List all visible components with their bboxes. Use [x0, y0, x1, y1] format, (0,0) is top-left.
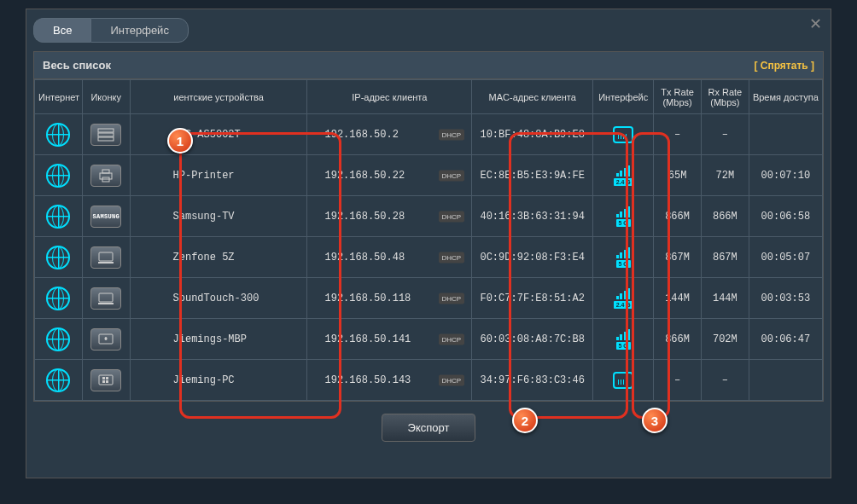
device-name: SoundTouch-300: [130, 278, 307, 319]
mac-address: 34:97:F6:83:C3:46: [472, 360, 593, 401]
svg-rect-15: [106, 380, 108, 383]
tab-all[interactable]: Все: [33, 18, 90, 43]
svg-rect-13: [106, 377, 108, 379]
wifi-icon[interactable]: 2.4 G: [609, 164, 637, 188]
svg-rect-0: [98, 129, 114, 132]
annotation-badge-1: 1: [167, 128, 193, 154]
svg-rect-3: [100, 173, 112, 179]
access-time: 00:06:47: [749, 319, 822, 360]
globe-icon[interactable]: [46, 287, 70, 310]
rx-rate: –: [701, 114, 749, 155]
tx-rate: –: [654, 360, 702, 401]
mac-address: 60:03:08:A8:7C:B8: [472, 319, 593, 360]
ip-address: 192.168.50.28DHCP: [307, 196, 472, 237]
globe-icon[interactable]: [46, 164, 70, 188]
band-label: 5 G: [616, 342, 631, 350]
client-list-modal: ✕ Все Интерфейс Весь список [ Спрятать ]…: [26, 9, 831, 478]
globe-icon[interactable]: [46, 123, 70, 147]
rx-rate: –: [701, 360, 749, 401]
svg-rect-1: [98, 133, 114, 136]
dhcp-badge: DHCP: [439, 129, 465, 140]
ip-address: 192.168.50.22DHCP: [307, 155, 472, 196]
rx-rate: 866M: [701, 196, 749, 237]
rx-rate: 144M: [701, 278, 749, 319]
mac-address: 40:16:3B:63:31:94: [472, 196, 593, 237]
table-row[interactable]: NAS-AS5002T192.168.50.2DHCP10:BF:48:8A:B…: [35, 114, 823, 155]
col-mac: MAC-адрес клиента: [472, 80, 593, 114]
ip-address: 192.168.50.2DHCP: [307, 114, 472, 155]
device-type-icon[interactable]: [90, 124, 121, 146]
table-row[interactable]: HP-Printer192.168.50.22DHCPEC:8E:B5:E3:9…: [35, 155, 823, 196]
svg-rect-2: [98, 137, 114, 141]
svg-rect-11: [99, 375, 113, 385]
table-row[interactable]: Zenfone 5Z192.168.50.48DHCP0C:9D:92:08:F…: [35, 237, 823, 278]
device-type-icon[interactable]: [90, 165, 121, 187]
device-name: Samsung-TV: [130, 196, 307, 237]
close-icon[interactable]: ✕: [809, 14, 822, 33]
col-time: Время доступа: [749, 80, 822, 114]
table-row[interactable]: Jieming-PC192.168.50.143DHCP34:97:F6:83:…: [35, 360, 823, 401]
globe-icon[interactable]: [46, 246, 70, 269]
ip-address: 192.168.50.48DHCP: [307, 237, 472, 278]
device-type-icon[interactable]: [90, 287, 121, 310]
band-label: 2.4 G: [614, 301, 633, 309]
dhcp-badge: DHCP: [439, 333, 465, 345]
mac-address: EC:8E:B5:E3:9A:FE: [472, 155, 593, 196]
tx-rate: 866M: [654, 196, 702, 237]
device-name: Jieming-PC: [130, 360, 307, 401]
ethernet-icon[interactable]: [609, 368, 637, 392]
tab-interface[interactable]: Интерфейс: [90, 18, 188, 43]
hide-link[interactable]: [ Спрятать ]: [754, 60, 814, 72]
tx-rate: 866M: [654, 319, 702, 360]
band-label: 5 G: [616, 219, 631, 227]
col-internet: Интернет: [35, 80, 83, 114]
access-time: 00:05:07: [749, 237, 822, 278]
globe-icon[interactable]: [46, 205, 70, 229]
ip-address: 192.168.50.118DHCP: [307, 278, 472, 319]
dhcp-badge: DHCP: [439, 374, 465, 385]
device-type-icon[interactable]: [90, 246, 121, 269]
annotation-badge-2: 2: [512, 408, 538, 433]
col-tx: Tx Rate (Mbps): [654, 80, 702, 114]
table-row[interactable]: SoundTouch-300192.168.50.118DHCPF0:C7:7F…: [35, 278, 823, 319]
annotation-badge-3: 3: [642, 408, 668, 433]
wifi-icon[interactable]: 2.4 G: [609, 287, 637, 310]
device-name: NAS-AS5002T: [130, 114, 307, 155]
col-icon: Иконку: [82, 80, 130, 114]
device-name: Zenfone 5Z: [130, 237, 307, 278]
col-device: иентские устройства: [130, 80, 307, 114]
globe-icon[interactable]: [46, 368, 70, 392]
dhcp-badge: DHCP: [439, 293, 465, 304]
access-time: 00:07:10: [749, 155, 822, 196]
device-type-icon[interactable]: [90, 369, 121, 391]
mac-address: 10:BF:48:8A:B9:E8: [472, 114, 593, 155]
band-label: 2.4 G: [614, 178, 633, 186]
svg-rect-8: [99, 293, 113, 302]
tx-rate: –: [654, 114, 702, 155]
dhcp-badge: DHCP: [439, 252, 465, 263]
access-time: 00:06:58: [749, 196, 822, 237]
ethernet-icon[interactable]: [609, 123, 637, 147]
dhcp-badge: DHCP: [439, 211, 465, 222]
col-iface: Интерфейс: [593, 80, 654, 114]
device-type-icon[interactable]: SAMSUNG: [90, 206, 121, 228]
export-button[interactable]: Экспорт: [382, 414, 476, 442]
access-time: 00:03:53: [749, 278, 822, 319]
ip-address: 192.168.50.141DHCP: [307, 319, 472, 360]
device-type-icon[interactable]: [90, 328, 121, 350]
svg-rect-4: [102, 170, 109, 173]
table-row[interactable]: Jiemings-MBP192.168.50.141DHCP60:03:08:A…: [35, 319, 823, 360]
wifi-icon[interactable]: 5 G: [609, 205, 637, 229]
mac-address: 0C:9D:92:08:F3:E4: [472, 237, 593, 278]
svg-rect-12: [102, 377, 105, 379]
wifi-icon[interactable]: 5 G: [609, 327, 637, 351]
table-header-row: Интернет Иконку иентские устройства IP-а…: [35, 80, 823, 114]
clients-table: Интернет Иконку иентские устройства IP-а…: [34, 79, 823, 401]
svg-rect-14: [102, 380, 105, 383]
globe-icon[interactable]: [46, 327, 70, 351]
device-name: Jiemings-MBP: [130, 319, 307, 360]
svg-rect-6: [99, 252, 113, 261]
wifi-icon[interactable]: 5 G: [609, 246, 637, 269]
table-row[interactable]: SAMSUNGSamsung-TV192.168.50.28DHCP40:16:…: [35, 196, 823, 237]
col-rx: Rx Rate (Mbps): [701, 80, 749, 114]
